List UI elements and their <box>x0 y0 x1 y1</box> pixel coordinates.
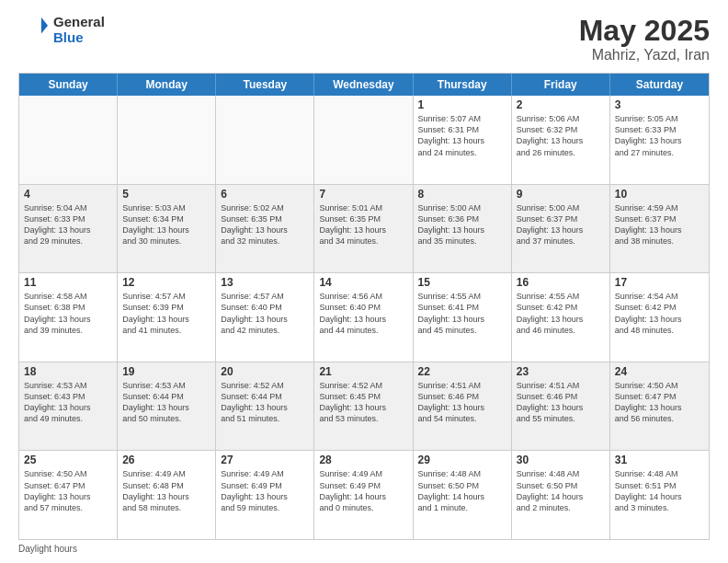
calendar-title: May 2025 <box>579 15 710 47</box>
calendar-body: 1Sunrise: 5:07 AMSunset: 6:31 PMDaylight… <box>19 96 709 539</box>
day-number-17: 17 <box>615 276 704 289</box>
day-info-2: Sunrise: 5:06 AMSunset: 6:32 PMDaylight:… <box>517 113 605 158</box>
cal-cell-w1-d7: 3Sunrise: 5:05 AMSunset: 6:33 PMDaylight… <box>610 96 709 184</box>
day-number-23: 23 <box>517 365 605 378</box>
calendar-header: Sunday Monday Tuesday Wednesday Thursday… <box>19 74 709 96</box>
cal-cell-w5-d6: 30Sunrise: 4:48 AMSunset: 6:50 PMDayligh… <box>512 451 610 539</box>
day-number-13: 13 <box>221 276 309 289</box>
cal-cell-w5-d3: 27Sunrise: 4:49 AMSunset: 6:49 PMDayligh… <box>216 451 314 539</box>
day-number-4: 4 <box>24 188 112 201</box>
cal-cell-w4-d2: 19Sunrise: 4:53 AMSunset: 6:44 PMDayligh… <box>118 362 216 451</box>
day-number-18: 18 <box>24 365 112 378</box>
day-number-21: 21 <box>319 365 407 378</box>
day-number-7: 7 <box>319 188 407 201</box>
day-number-15: 15 <box>418 276 506 289</box>
calendar-location: Mahriz, Yazd, Iran <box>579 47 710 63</box>
header-saturday: Saturday <box>610 74 709 96</box>
day-info-31: Sunrise: 4:48 AMSunset: 6:51 PMDaylight:… <box>615 468 704 513</box>
day-info-27: Sunrise: 4:49 AMSunset: 6:49 PMDaylight:… <box>221 468 309 513</box>
cal-cell-w3-d5: 15Sunrise: 4:55 AMSunset: 6:41 PMDayligh… <box>414 273 512 362</box>
day-number-14: 14 <box>319 276 407 289</box>
day-info-8: Sunrise: 5:00 AMSunset: 6:36 PMDaylight:… <box>418 202 506 247</box>
cal-cell-w5-d5: 29Sunrise: 4:48 AMSunset: 6:50 PMDayligh… <box>414 451 512 539</box>
cal-cell-w3-d2: 12Sunrise: 4:57 AMSunset: 6:39 PMDayligh… <box>118 273 216 362</box>
logo-icon <box>18 16 48 45</box>
cal-week-5: 25Sunrise: 4:50 AMSunset: 6:47 PMDayligh… <box>19 451 709 539</box>
cal-cell-w5-d1: 25Sunrise: 4:50 AMSunset: 6:47 PMDayligh… <box>19 451 118 539</box>
day-number-28: 28 <box>319 454 407 466</box>
header-monday: Monday <box>118 74 216 96</box>
cal-cell-w4-d1: 18Sunrise: 4:53 AMSunset: 6:43 PMDayligh… <box>19 362 118 451</box>
header-tuesday: Tuesday <box>216 74 314 96</box>
cal-cell-w2-d2: 5Sunrise: 5:03 AMSunset: 6:34 PMDaylight… <box>118 185 216 273</box>
cal-cell-w2-d4: 7Sunrise: 5:01 AMSunset: 6:35 PMDaylight… <box>314 185 413 273</box>
cal-cell-w4-d4: 21Sunrise: 4:52 AMSunset: 6:45 PMDayligh… <box>314 362 413 451</box>
cal-cell-w5-d7: 31Sunrise: 4:48 AMSunset: 6:51 PMDayligh… <box>610 451 709 539</box>
day-number-30: 30 <box>517 454 605 466</box>
header-thursday: Thursday <box>414 74 512 96</box>
day-number-9: 9 <box>517 188 605 201</box>
day-number-10: 10 <box>615 188 704 201</box>
cal-cell-w2-d6: 9Sunrise: 5:00 AMSunset: 6:37 PMDaylight… <box>512 185 610 273</box>
day-info-5: Sunrise: 5:03 AMSunset: 6:34 PMDaylight:… <box>122 202 210 247</box>
day-info-16: Sunrise: 4:55 AMSunset: 6:42 PMDaylight:… <box>517 291 605 336</box>
cal-cell-w4-d6: 23Sunrise: 4:51 AMSunset: 6:46 PMDayligh… <box>512 362 610 451</box>
cal-cell-w4-d7: 24Sunrise: 4:50 AMSunset: 6:47 PMDayligh… <box>610 362 709 451</box>
cal-week-1: 1Sunrise: 5:07 AMSunset: 6:31 PMDaylight… <box>19 96 709 185</box>
cal-cell-w4-d3: 20Sunrise: 4:52 AMSunset: 6:44 PMDayligh… <box>216 362 314 451</box>
day-number-26: 26 <box>122 454 210 466</box>
footer-note: Daylight hours <box>18 544 710 554</box>
day-info-28: Sunrise: 4:49 AMSunset: 6:49 PMDaylight:… <box>319 468 407 513</box>
day-number-20: 20 <box>221 365 309 378</box>
day-info-6: Sunrise: 5:02 AMSunset: 6:35 PMDaylight:… <box>221 202 309 247</box>
day-info-4: Sunrise: 5:04 AMSunset: 6:33 PMDaylight:… <box>24 202 112 247</box>
day-info-17: Sunrise: 4:54 AMSunset: 6:42 PMDaylight:… <box>615 291 704 336</box>
cal-cell-w4-d5: 22Sunrise: 4:51 AMSunset: 6:46 PMDayligh… <box>414 362 512 451</box>
header-wednesday: Wednesday <box>314 74 413 96</box>
cal-cell-w2-d5: 8Sunrise: 5:00 AMSunset: 6:36 PMDaylight… <box>414 185 512 273</box>
day-info-11: Sunrise: 4:58 AMSunset: 6:38 PMDaylight:… <box>24 291 112 336</box>
cal-week-3: 11Sunrise: 4:58 AMSunset: 6:38 PMDayligh… <box>19 273 709 362</box>
cal-cell-w3-d1: 11Sunrise: 4:58 AMSunset: 6:38 PMDayligh… <box>19 273 118 362</box>
day-number-1: 1 <box>418 98 506 111</box>
cal-cell-w1-d1 <box>19 96 118 184</box>
cal-cell-w3-d3: 13Sunrise: 4:57 AMSunset: 6:40 PMDayligh… <box>216 273 314 362</box>
cal-cell-w3-d4: 14Sunrise: 4:56 AMSunset: 6:40 PMDayligh… <box>314 273 413 362</box>
day-number-12: 12 <box>122 276 210 289</box>
cal-cell-w1-d6: 2Sunrise: 5:06 AMSunset: 6:32 PMDaylight… <box>512 96 610 184</box>
day-info-30: Sunrise: 4:48 AMSunset: 6:50 PMDaylight:… <box>517 468 605 513</box>
day-number-6: 6 <box>221 188 309 201</box>
page: General Blue May 2025 Mahriz, Yazd, Iran… <box>0 0 728 563</box>
day-info-10: Sunrise: 4:59 AMSunset: 6:37 PMDaylight:… <box>615 202 704 247</box>
cal-cell-w2-d7: 10Sunrise: 4:59 AMSunset: 6:37 PMDayligh… <box>610 185 709 273</box>
header-sunday: Sunday <box>19 74 118 96</box>
logo: General Blue <box>18 15 105 45</box>
day-number-27: 27 <box>221 454 309 466</box>
cal-cell-w2-d1: 4Sunrise: 5:04 AMSunset: 6:33 PMDaylight… <box>19 185 118 273</box>
cal-week-4: 18Sunrise: 4:53 AMSunset: 6:43 PMDayligh… <box>19 362 709 452</box>
title-block: May 2025 Mahriz, Yazd, Iran <box>579 15 710 63</box>
day-number-22: 22 <box>418 365 506 378</box>
day-info-21: Sunrise: 4:52 AMSunset: 6:45 PMDaylight:… <box>319 380 407 425</box>
day-info-24: Sunrise: 4:50 AMSunset: 6:47 PMDaylight:… <box>615 380 704 425</box>
logo-blue-text: Blue <box>53 30 105 46</box>
day-info-23: Sunrise: 4:51 AMSunset: 6:46 PMDaylight:… <box>517 380 605 425</box>
day-number-8: 8 <box>418 188 506 201</box>
day-info-26: Sunrise: 4:49 AMSunset: 6:48 PMDaylight:… <box>122 468 210 513</box>
day-info-3: Sunrise: 5:05 AMSunset: 6:33 PMDaylight:… <box>615 113 704 158</box>
day-number-2: 2 <box>517 98 605 111</box>
day-info-9: Sunrise: 5:00 AMSunset: 6:37 PMDaylight:… <box>517 202 605 247</box>
cal-cell-w3-d6: 16Sunrise: 4:55 AMSunset: 6:42 PMDayligh… <box>512 273 610 362</box>
day-number-3: 3 <box>615 98 704 111</box>
cal-cell-w1-d3 <box>216 96 314 184</box>
day-info-18: Sunrise: 4:53 AMSunset: 6:43 PMDaylight:… <box>24 380 112 425</box>
cal-cell-w1-d2 <box>118 96 216 184</box>
day-info-25: Sunrise: 4:50 AMSunset: 6:47 PMDaylight:… <box>24 468 112 513</box>
cal-cell-w2-d3: 6Sunrise: 5:02 AMSunset: 6:35 PMDaylight… <box>216 185 314 273</box>
day-number-29: 29 <box>418 454 506 466</box>
cal-cell-w1-d4 <box>314 96 413 184</box>
day-number-5: 5 <box>122 188 210 201</box>
cal-cell-w5-d4: 28Sunrise: 4:49 AMSunset: 6:49 PMDayligh… <box>314 451 413 539</box>
day-info-22: Sunrise: 4:51 AMSunset: 6:46 PMDaylight:… <box>418 380 506 425</box>
header-friday: Friday <box>512 74 610 96</box>
